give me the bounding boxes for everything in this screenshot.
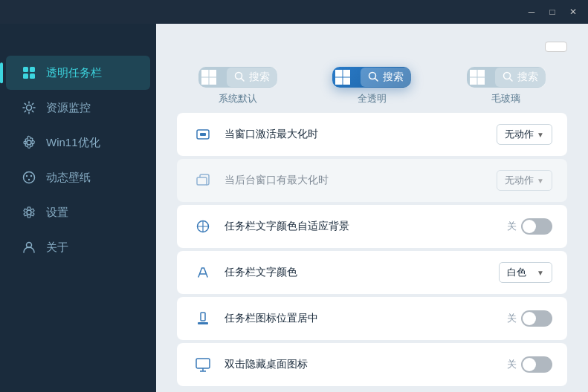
svg-rect-2 [23,74,28,79]
svg-line-29 [509,78,512,81]
tab-label-system-default: 系统默认 [219,92,257,105]
svg-point-4 [27,105,32,111]
nav-label: 动态壁纸 [46,171,91,185]
person-icon [21,239,37,255]
svg-rect-31 [200,133,206,136]
dropdown-control[interactable]: 白色 ▼ [499,262,552,283]
setting-label: 当窗口激活最大化时 [224,128,486,141]
nav-label: 关于 [46,241,68,255]
setting-label: 任务栏文字颜色自适应背景 [224,220,497,233]
setting-row-window-maximize-action: 当窗口激活最大化时 无动作 ▼ [177,113,567,156]
svg-point-9 [28,179,30,180]
search-area: 搜索 [495,68,546,87]
setting-label: 任务栏图标位置居中 [224,312,497,325]
setting-row-icon-center: 任务栏图标位置居中 关 [177,297,567,340]
dropdown-value: 无动作 [505,174,534,187]
svg-point-5 [27,140,31,145]
text-color-icon [192,261,214,284]
main-header [177,42,567,52]
tab-wrapper-system-default: 搜索 系统默认 [177,67,299,105]
grid-icon [21,65,37,81]
maximize-icon [192,123,214,146]
sidebar: 透明任务栏 资源监控 Win11优化 动态壁纸 设置 关于 [0,24,156,392]
svg-rect-25 [477,70,485,77]
icon-center-icon [192,307,214,330]
feedback-button[interactable] [545,42,567,52]
svg-rect-18 [335,70,343,77]
toggle-switch[interactable] [521,218,552,235]
chevron-down-icon: ▼ [537,131,544,139]
palette-icon [21,169,37,186]
toggle-status: 关 [507,312,517,325]
svg-rect-1 [30,67,35,72]
search-icon [234,71,245,84]
svg-line-17 [242,78,245,81]
close-button[interactable]: ✕ [564,4,582,19]
sidebar-logo [0,39,156,55]
desktop-icon [192,353,214,376]
toggle-status: 关 [507,220,517,233]
chevron-down-icon: ▼ [537,177,544,185]
setting-control: 关 [507,218,552,235]
maximize-button[interactable]: □ [543,4,561,19]
tab-label-frosted-glass: 毛玻璃 [491,92,520,105]
sidebar-item-transparent-taskbar[interactable]: 透明任务栏 [6,56,150,90]
toggle-switch[interactable] [521,310,552,327]
svg-rect-12 [201,70,209,77]
toggle-switch[interactable] [521,356,552,373]
setting-row-text-color-adaptive: 任务栏文字颜色自适应背景 关 [177,205,567,248]
svg-rect-15 [210,78,217,85]
setting-label: 任务栏文字颜色 [224,266,488,279]
tab-card-system-default[interactable]: 搜索 [198,67,277,88]
search-text: 搜索 [249,71,270,84]
sidebar-item-resource-monitor[interactable]: 资源监控 [6,91,150,125]
sidebar-nav: 透明任务栏 资源监控 Win11优化 动态壁纸 设置 关于 [0,55,156,385]
svg-rect-13 [210,70,217,77]
title-bar: ─ □ ✕ [0,0,588,24]
setting-label: 双击隐藏桌面图标 [224,358,497,371]
tab-label-full-transparent: 全透明 [358,92,387,105]
svg-point-10 [27,210,31,215]
svg-rect-35 [198,322,208,324]
windows-icon [467,67,488,88]
search-area: 搜索 [227,68,277,87]
svg-point-6 [24,172,35,183]
dropdown-value: 无动作 [505,128,534,141]
sidebar-item-settings[interactable]: 设置 [6,195,150,229]
setting-row-bg-window-maximize: 当后台窗口有最大化时 无动作 ▼ [177,159,567,202]
dropdown-control[interactable]: 无动作 ▼ [497,170,552,191]
dropdown-control[interactable]: 无动作 ▼ [497,124,552,145]
tab-card-full-transparent[interactable]: 搜索 [332,67,411,88]
app-body: 透明任务栏 资源监控 Win11优化 动态壁纸 设置 关于 搜索 系统默认 [0,24,588,392]
main-content: 搜索 系统默认 搜索 全透明 搜索 毛玻璃 当窗口激活最大化时 无动作 ▼ 当后… [156,24,588,392]
tab-cards: 搜索 系统默认 搜索 全透明 搜索 毛玻璃 [177,67,567,105]
svg-rect-21 [343,78,351,85]
color-adapt-icon [192,215,214,238]
search-area: 搜索 [361,68,411,87]
tab-card-frosted-glass[interactable]: 搜索 [467,67,546,88]
svg-rect-3 [30,74,35,79]
svg-rect-24 [470,70,477,77]
tab-wrapper-full-transparent: 搜索 全透明 [311,67,433,105]
search-icon [368,71,378,84]
nav-label: 透明任务栏 [46,66,102,80]
setting-control: 关 [507,356,552,373]
nav-label: Win11优化 [46,136,100,150]
sidebar-item-dynamic-wallpaper[interactable]: 动态壁纸 [6,160,150,195]
svg-rect-19 [343,70,351,77]
sidebar-item-about[interactable]: 关于 [6,230,150,264]
windows-icon [198,67,219,88]
nav-label: 设置 [46,206,68,220]
tab-wrapper-frosted-glass: 搜索 毛玻璃 [445,67,567,105]
minimize-button[interactable]: ─ [523,4,540,19]
setting-row-double-click-hide: 双击隐藏桌面图标 关 [177,343,567,386]
search-icon [503,71,513,84]
sidebar-item-win11-optimize[interactable]: Win11优化 [6,125,150,160]
setting-label: 当后台窗口有最大化时 [224,174,486,187]
gear-icon [21,134,37,151]
svg-line-23 [375,78,378,81]
windows-icon [332,67,353,88]
nav-label: 资源监控 [46,101,91,115]
gear-outline-icon [21,99,37,116]
svg-rect-26 [470,78,477,85]
